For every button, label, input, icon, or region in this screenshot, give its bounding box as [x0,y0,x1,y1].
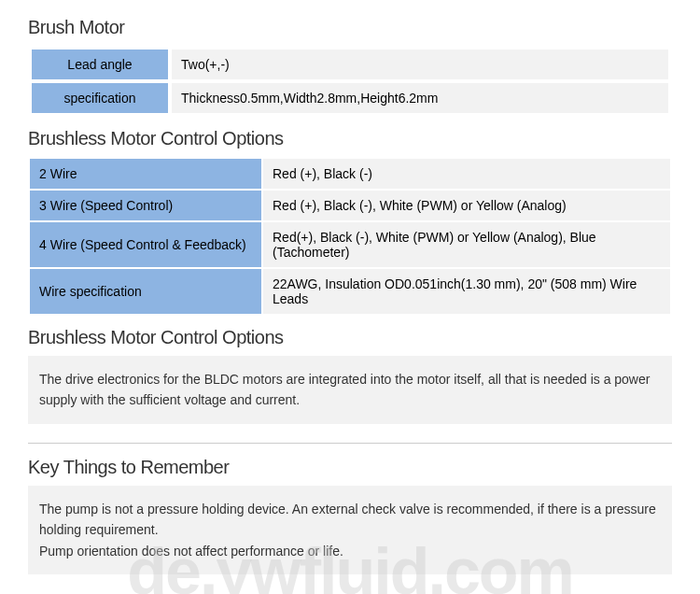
table-row: Lead angle Two(+,-) [30,48,670,81]
lead-angle-label: Lead angle [30,48,170,81]
section-title-key-things: Key Things to Remember [28,457,672,478]
wire-spec-label: Wire specification [29,268,262,315]
table-row: 2 Wire Red (+), Black (-) [29,158,671,190]
wire4-value: Red(+), Black (-), White (PWM) or Yellow… [262,221,671,268]
bldc-note: The drive electronics for the BLDC motor… [28,356,672,424]
wire2-label: 2 Wire [29,158,262,190]
table-row: 4 Wire (Speed Control & Feedback) Red(+)… [29,221,671,268]
key-things-note: The pump is not a pressure holding devic… [28,486,672,574]
section-title-brushless-options-1: Brushless Motor Control Options [28,128,672,149]
wire-spec-value: 22AWG, Insulation OD0.051inch(1.30 mm), … [262,268,671,315]
section-title-brushless-options-2: Brushless Motor Control Options [28,327,672,348]
wire3-label: 3 Wire (Speed Control) [29,190,262,221]
wire3-value: Red (+), Black (-), White (PWM) or Yello… [262,190,671,221]
specification-value: Thickness0.5mm,Width2.8mm,Height6.2mm [170,81,670,115]
wire2-value: Red (+), Black (-) [262,158,671,190]
brush-motor-table: Lead angle Two(+,-) specification Thickn… [28,46,672,117]
table-row: 3 Wire (Speed Control) Red (+), Black (-… [29,190,671,221]
specification-label: specification [30,81,170,115]
lead-angle-value: Two(+,-) [170,48,670,81]
brushless-options-table: 2 Wire Red (+), Black (-) 3 Wire (Speed … [28,157,672,316]
wire4-label: 4 Wire (Speed Control & Feedback) [29,221,262,268]
divider [28,443,672,444]
table-row: specification Thickness0.5mm,Width2.8mm,… [30,81,670,115]
table-row: Wire specification 22AWG, Insulation OD0… [29,268,671,315]
section-title-brush-motor: Brush Motor [28,17,672,38]
